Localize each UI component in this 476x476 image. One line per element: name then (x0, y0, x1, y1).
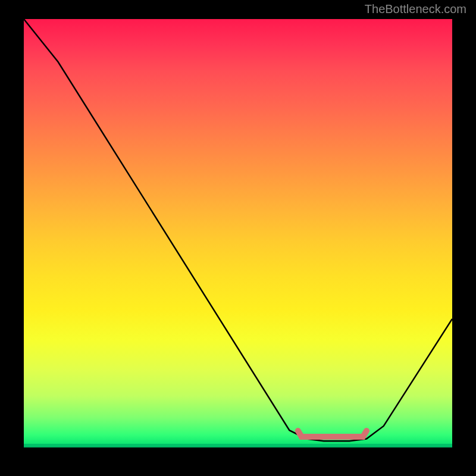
optimal-range-marker (298, 431, 367, 437)
bottleneck-curve (24, 19, 452, 441)
bottom-stripe (24, 444, 452, 447)
curve-svg (24, 19, 452, 447)
attribution-text: TheBottleneck.com (365, 2, 466, 16)
bottleneck-chart (24, 19, 452, 447)
